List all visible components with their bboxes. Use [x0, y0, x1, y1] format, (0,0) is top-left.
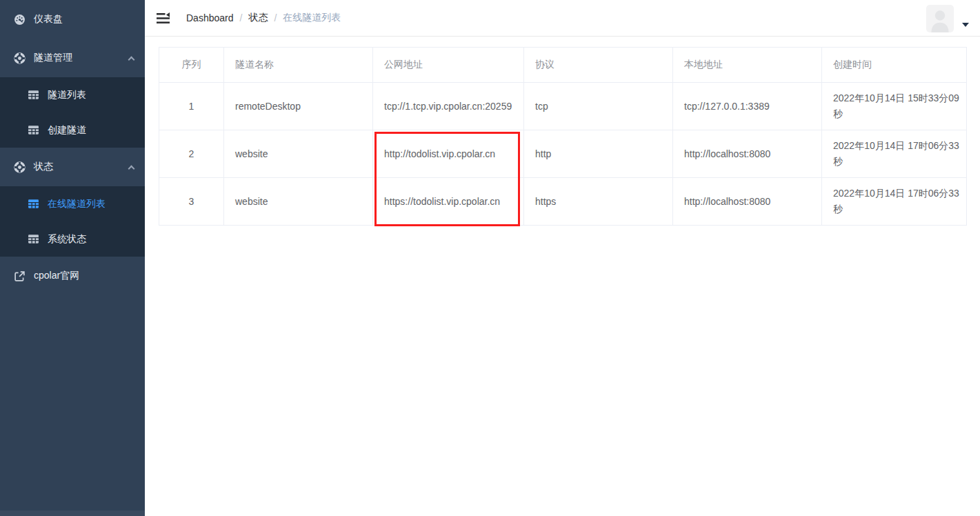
external-link-icon — [14, 270, 26, 282]
table-icon — [28, 233, 39, 245]
tunnel-manage-icon — [14, 52, 26, 64]
sidebar-item-tunnel-list[interactable]: 隧道列表 — [0, 77, 145, 112]
table-row: 2websitehttp://todolist.vip.cpolar.cnhtt… — [159, 130, 967, 178]
sidebar-nav: 仪表盘隧道管理隧道列表创建隧道状态在线隧道列表系统状态cpolar官网 — [0, 0, 145, 295]
user-silhouette-icon — [926, 5, 954, 32]
chevron-up-icon — [128, 56, 135, 63]
column-header: 公网地址 — [373, 48, 524, 83]
breadcrumb-separator: / — [240, 12, 243, 23]
breadcrumb-item-2: 在线隧道列表 — [283, 12, 341, 24]
table-cell: https://todolist.vip.cpolar.cn — [373, 178, 524, 226]
chevron-up-icon — [128, 165, 135, 172]
table-cell: https — [524, 178, 673, 226]
table-row: 1remoteDesktoptcp://1.tcp.vip.cpolar.cn:… — [159, 83, 967, 130]
table-cell: website — [224, 178, 373, 226]
sidebar-item-online-tunnel-list[interactable]: 在线隧道列表 — [0, 186, 145, 221]
table-cell: 2022年10月14日 17时06分33秒 — [822, 178, 967, 226]
fold-menu-icon — [157, 12, 170, 24]
sidebar-scrollbar[interactable] — [0, 510, 145, 516]
breadcrumb: Dashboard/状态/在线隧道列表 — [186, 12, 341, 24]
sidebar-item-label: 仪表盘 — [34, 13, 63, 26]
column-header: 序列 — [159, 48, 224, 83]
sidebar-item-cpolar-website[interactable]: cpolar官网 — [0, 257, 145, 295]
table-cell: tcp://1.tcp.vip.cpolar.cn:20259 — [373, 83, 524, 130]
sidebar-item-status[interactable]: 状态 — [0, 148, 145, 186]
user-area — [926, 3, 970, 32]
table-cell: website — [224, 130, 373, 178]
table-cell: 2022年10月14日 17时06分33秒 — [822, 130, 967, 178]
online-tunnel-table: 序列隧道名称公网地址协议本地地址创建时间 1remoteDesktoptcp:/… — [159, 47, 967, 226]
table-icon — [28, 124, 39, 136]
table-icon — [28, 198, 39, 210]
sidebar-item-label: 在线隧道列表 — [48, 198, 106, 210]
sidebar-item-label: 隧道管理 — [34, 52, 72, 64]
main-content: 序列隧道名称公网地址协议本地地址创建时间 1remoteDesktoptcp:/… — [145, 37, 980, 516]
sidebar: 仪表盘隧道管理隧道列表创建隧道状态在线隧道列表系统状态cpolar官网 — [0, 0, 145, 516]
sidebar-item-label: 系统状态 — [48, 233, 86, 246]
column-header: 协议 — [524, 48, 673, 83]
table-header-row: 序列隧道名称公网地址协议本地地址创建时间 — [159, 48, 967, 83]
column-header: 创建时间 — [822, 48, 967, 83]
chevron-down-icon[interactable] — [962, 23, 969, 30]
table-cell: http://localhost:8080 — [673, 178, 822, 226]
sidebar-toggle-button[interactable] — [157, 12, 170, 24]
sidebar-item-tunnel-manage[interactable]: 隧道管理 — [0, 39, 145, 77]
dashboard-icon — [14, 14, 26, 26]
table-cell: http — [524, 130, 673, 178]
column-header: 隧道名称 — [224, 48, 373, 83]
breadcrumb-item-0[interactable]: Dashboard — [186, 12, 234, 23]
top-header: Dashboard/状态/在线隧道列表 — [145, 0, 980, 37]
table-row: 3websitehttps://todolist.vip.cpolar.cnht… — [159, 178, 967, 226]
table-cell: tcp://127.0.0.1:3389 — [673, 83, 822, 130]
table-cell: http://todolist.vip.cpolar.cn — [373, 130, 524, 178]
table-icon — [28, 89, 39, 101]
sidebar-item-label: 隧道列表 — [48, 89, 86, 101]
status-icon — [14, 161, 26, 173]
sidebar-item-label: 创建隧道 — [48, 124, 86, 137]
breadcrumb-item-1[interactable]: 状态 — [248, 12, 268, 24]
sidebar-item-dashboard[interactable]: 仪表盘 — [0, 0, 145, 39]
breadcrumb-separator: / — [274, 12, 277, 23]
table-cell: 3 — [159, 178, 224, 226]
table-cell: 1 — [159, 83, 224, 130]
sidebar-item-create-tunnel[interactable]: 创建隧道 — [0, 112, 145, 148]
sidebar-item-label: cpolar官网 — [34, 270, 79, 282]
table-cell: remoteDesktop — [224, 83, 373, 130]
table-cell: 2022年10月14日 15时33分09秒 — [822, 83, 967, 130]
sidebar-item-label: 状态 — [34, 161, 53, 173]
main-area: Dashboard/状态/在线隧道列表 序列隧道名称公网地址协议本地地址创建时间… — [145, 0, 980, 516]
column-header: 本地地址 — [673, 48, 822, 83]
table-cell: http://localhost:8080 — [673, 130, 822, 178]
sidebar-item-system-status[interactable]: 系统状态 — [0, 221, 145, 257]
table-cell: 2 — [159, 130, 224, 178]
avatar[interactable] — [926, 5, 954, 32]
table-cell: tcp — [524, 83, 673, 130]
